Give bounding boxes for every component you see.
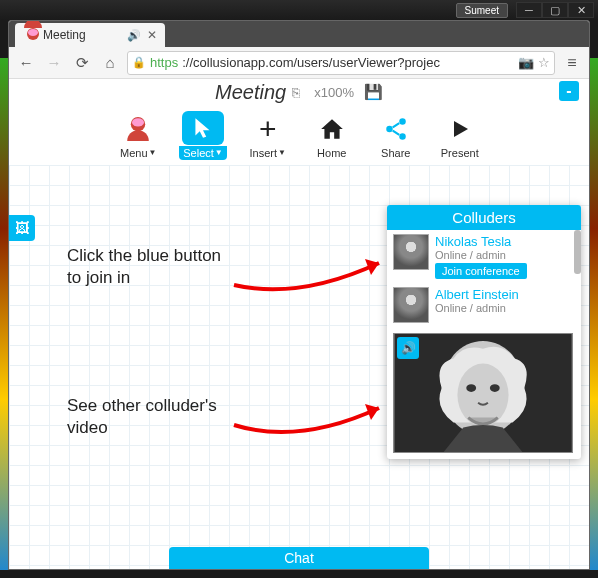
bookmark-star-icon[interactable]: ☆ [538, 55, 550, 70]
toolbar-insert-label: Insert [250, 147, 278, 159]
colluders-panel-title: Colluders [387, 205, 581, 230]
window-maximize-button[interactable]: ▢ [542, 2, 568, 18]
arrow-to-video [229, 390, 389, 450]
camera-permission-icon[interactable]: 📷 [518, 55, 534, 70]
avatar [393, 287, 429, 323]
join-conference-button[interactable]: Join conference [435, 263, 527, 279]
app-header: Meeting ⎘ x100% 💾 - [9, 79, 589, 105]
tab-close-icon[interactable]: ✕ [147, 28, 157, 42]
panel-minimize-button[interactable]: - [559, 81, 579, 101]
toolbar: Menu▼ Select▼ + Insert▼ Home [9, 105, 589, 165]
background-sliver-left [0, 58, 8, 570]
url-bar[interactable]: 🔒 https://collusionapp.com/users/userVie… [127, 51, 555, 75]
svg-point-0 [399, 118, 406, 125]
toolbar-menu-button[interactable]: Menu▼ [115, 112, 161, 159]
tab-strip: Meeting 🔊 ✕ [9, 21, 589, 47]
svg-point-1 [386, 125, 393, 132]
annotation-video: See other colluder's video [67, 395, 237, 439]
window-mode-icon[interactable]: ⎘ [292, 85, 300, 100]
toolbar-share-label: Share [381, 147, 410, 159]
colluder-name: Nikolas Tesla [435, 234, 575, 249]
window-minimize-button[interactable]: ─ [516, 2, 542, 18]
colluder-status: Online / admin [435, 249, 575, 261]
scrollbar-thumb[interactable] [574, 230, 581, 274]
chevron-down-icon: ▼ [149, 148, 157, 157]
toolbar-home-button[interactable]: Home [309, 112, 355, 159]
svg-point-6 [466, 384, 476, 392]
toolbar-menu-label: Menu [120, 147, 148, 159]
svg-point-5 [457, 364, 508, 427]
colluder-name: Albert Einstein [435, 287, 575, 302]
tab-title: Meeting [43, 28, 86, 42]
video-thumbnail[interactable]: 🔊 [393, 333, 575, 453]
browser-window: Meeting 🔊 ✕ ← → ⟳ ⌂ 🔒 https://collusiona… [8, 20, 590, 570]
save-icon[interactable]: 💾 [364, 83, 383, 101]
image-sidebar-button[interactable]: 🖼 [9, 215, 35, 241]
app-area: Meeting ⎘ x100% 💾 - Menu▼ Select▼ [9, 79, 589, 569]
cursor-icon [182, 111, 224, 145]
chat-bar[interactable]: Chat [169, 547, 429, 569]
svg-point-2 [399, 133, 406, 140]
plus-icon: + [259, 112, 277, 146]
video-frame [393, 333, 573, 453]
toolbar-present-label: Present [441, 147, 479, 159]
nav-reload-button[interactable]: ⟳ [71, 52, 93, 74]
colluder-item[interactable]: Nikolas Tesla Online / admin Join confer… [387, 230, 581, 283]
colluders-list: Nikolas Tesla Online / admin Join confer… [387, 230, 581, 453]
toolbar-select-button[interactable]: Select▼ [179, 111, 227, 160]
nav-back-button[interactable]: ← [15, 52, 37, 74]
lock-icon: 🔒 [132, 56, 146, 69]
profile-badge[interactable]: Sumeet [456, 3, 508, 18]
browser-tab[interactable]: Meeting 🔊 ✕ [15, 23, 165, 47]
document-title[interactable]: Meeting [215, 81, 286, 104]
audio-icon[interactable]: 🔊 [397, 337, 419, 359]
window-titlebar: Sumeet ─ ▢ ✕ [0, 0, 598, 20]
play-icon [448, 112, 472, 146]
toolbar-present-button[interactable]: Present [437, 112, 483, 159]
home-icon [319, 112, 345, 146]
nav-home-button[interactable]: ⌂ [99, 52, 121, 74]
url-scheme: https [150, 55, 178, 70]
window-close-button[interactable]: ✕ [568, 2, 594, 18]
chevron-down-icon: ▼ [215, 148, 223, 157]
background-sliver-right [590, 58, 598, 570]
toolbar-insert-button[interactable]: + Insert▼ [245, 112, 291, 159]
canvas[interactable]: 🖼 Click the blue button to join in See o… [9, 165, 589, 569]
colluder-status: Online / admin [435, 302, 575, 314]
toolbar-home-label: Home [317, 147, 346, 159]
chevron-down-icon: ▼ [278, 148, 286, 157]
share-icon [383, 112, 409, 146]
menu-icon [128, 112, 148, 146]
tab-audio-icon[interactable]: 🔊 [127, 29, 141, 42]
colluders-panel: Colluders Nikolas Tesla Online / admin J… [387, 205, 581, 459]
nav-forward-button[interactable]: → [43, 52, 65, 74]
avatar [393, 234, 429, 270]
svg-point-7 [490, 384, 500, 392]
url-path: ://collusionapp.com/users/userViewer?pro… [182, 55, 440, 70]
annotation-join: Click the blue button to join in [67, 245, 237, 289]
browser-nav-row: ← → ⟳ ⌂ 🔒 https://collusionapp.com/users… [9, 47, 589, 79]
arrow-to-join [229, 245, 389, 305]
colluder-item[interactable]: Albert Einstein Online / admin [387, 283, 581, 327]
tab-favicon [23, 28, 37, 42]
browser-menu-button[interactable]: ≡ [561, 52, 583, 74]
zoom-level[interactable]: x100% [314, 85, 354, 100]
toolbar-select-label: Select [183, 147, 214, 159]
toolbar-share-button[interactable]: Share [373, 112, 419, 159]
